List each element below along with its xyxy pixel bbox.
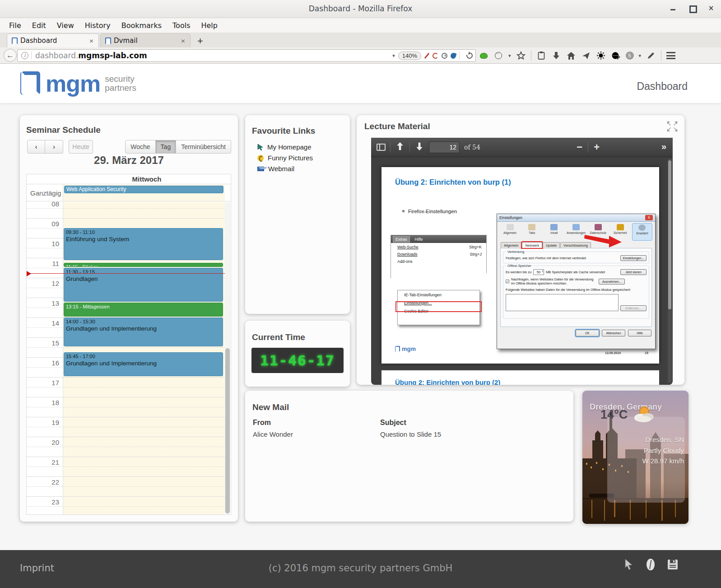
netzwerk-tab-highlighted: Netzwerk bbox=[522, 242, 542, 248]
view-overview-button[interactable]: Terminübersicht bbox=[176, 140, 231, 154]
hour-label: 16 bbox=[28, 359, 59, 367]
zoom-level-badge[interactable]: 140% bbox=[398, 51, 421, 60]
downloads-icon[interactable] bbox=[551, 51, 561, 61]
weather-wind: W 28.97 km/h bbox=[642, 457, 684, 465]
pdf-page-down-icon[interactable] bbox=[414, 141, 424, 154]
calendar-hour-row[interactable]: 21 bbox=[27, 457, 225, 476]
view-week-button[interactable]: Woche bbox=[125, 140, 155, 154]
calendar-hour-row[interactable]: 22 bbox=[27, 476, 225, 496]
pencil-icon[interactable] bbox=[646, 51, 656, 61]
pdf-page-input[interactable] bbox=[429, 141, 460, 153]
mail-from-value[interactable]: Alice Wonder bbox=[253, 430, 293, 438]
menu-tools[interactable]: Tools bbox=[168, 19, 195, 32]
calendar-hour-row[interactable]: 18 bbox=[27, 397, 225, 417]
lecture-material-panel: Lecture Material of 54 − + » bbox=[357, 115, 684, 385]
allday-label: Ganztägig bbox=[30, 189, 61, 197]
pdf-sidebar-toggle-icon[interactable] bbox=[377, 144, 386, 151]
new-tab-button[interactable]: + bbox=[197, 35, 203, 47]
link-my-homepage[interactable]: My Homepage bbox=[257, 143, 312, 151]
menu-history[interactable]: History bbox=[80, 19, 115, 32]
calendar-next-button[interactable]: › bbox=[45, 140, 63, 154]
fullscreen-expand-icon[interactable] bbox=[666, 121, 678, 134]
calendar-event-allday[interactable]: Web Application Security bbox=[64, 186, 223, 193]
back-button[interactable]: ← bbox=[4, 49, 17, 62]
current-time-indicator bbox=[27, 273, 225, 274]
bookmark-star-icon[interactable] bbox=[516, 51, 526, 61]
send-icon[interactable] bbox=[581, 51, 591, 61]
menu-edit[interactable]: Edit bbox=[28, 19, 51, 32]
urlbar-dropdown-icon[interactable]: ▾ bbox=[392, 53, 395, 59]
slide-screenshot-menu: Extras Hilfe Web-SucheStrg+K DownloadsSt… bbox=[391, 235, 487, 283]
calendar-today-button[interactable]: Heute bbox=[69, 140, 93, 154]
calendar-event[interactable]: 15:45 - 17:00Grundlagen und Implementier… bbox=[64, 352, 223, 376]
calendar-hour-row[interactable]: 08 bbox=[27, 202, 225, 218]
lecture-title: Lecture Material bbox=[364, 121, 430, 131]
pdf-more-tools-icon[interactable]: » bbox=[661, 141, 666, 152]
mgm-logo[interactable]: mgm securitypartners bbox=[20, 71, 136, 96]
menu-file[interactable]: File bbox=[5, 19, 26, 32]
calendar-event[interactable]: 13:15 - Mittagessen bbox=[64, 303, 223, 317]
mgm-favicon bbox=[105, 37, 111, 44]
divider bbox=[588, 142, 588, 153]
clipboard-icon[interactable] bbox=[536, 51, 546, 61]
tab-count-badge[interactable]: 5 bbox=[626, 51, 634, 60]
cookie-addon-icon[interactable] bbox=[495, 52, 502, 59]
weather-condition: Partly Cloudy bbox=[644, 447, 684, 454]
turtle-addon-icon[interactable] bbox=[480, 53, 488, 59]
home-icon[interactable] bbox=[566, 51, 576, 61]
calendar-event[interactable]: 09:30 - 11:10Einführung und System bbox=[64, 228, 223, 260]
hour-label: 12 bbox=[28, 280, 59, 287]
calendar-hour-row[interactable]: 17 bbox=[27, 377, 225, 397]
mgm-logo-icon bbox=[20, 71, 41, 96]
calendar-grid[interactable]: 0809101112131415161718192021222309:30 - … bbox=[27, 202, 225, 514]
weather-location: Dresden, SN bbox=[645, 436, 684, 443]
pdf-page-up-icon[interactable] bbox=[395, 141, 405, 154]
tab-close-icon[interactable]: × bbox=[176, 37, 186, 44]
addon-swirl-icon[interactable] bbox=[433, 53, 438, 59]
link-funny-pictures[interactable]: Funny Pictures bbox=[257, 154, 313, 162]
calendar-event[interactable]: 11:15 - Bäcker bbox=[64, 263, 223, 267]
calendar-hour-row[interactable]: 23 bbox=[27, 496, 225, 514]
link-label: Funny Pictures bbox=[268, 154, 313, 162]
tab-close-icon[interactable]: × bbox=[84, 37, 94, 44]
tab-bar: Dashboard × Dvmail × + bbox=[0, 33, 721, 47]
calendar-view-switcher: Woche Tag Terminübersicht bbox=[125, 140, 231, 154]
menu-help[interactable]: Help bbox=[196, 19, 222, 32]
view-day-button[interactable]: Tag bbox=[156, 140, 177, 154]
calendar-scrollbar[interactable] bbox=[225, 202, 230, 514]
addon-flame-icon[interactable] bbox=[450, 52, 457, 59]
addon-clock-icon[interactable] bbox=[442, 53, 447, 59]
url-bar[interactable]: i dashboard.mgmsp-lab.com ▾ 140% bbox=[17, 49, 476, 62]
globe-edit-icon[interactable] bbox=[611, 51, 621, 61]
pdf-zoom-out-icon[interactable]: − bbox=[577, 143, 582, 152]
calendar-hour-row[interactable]: 19 bbox=[27, 417, 225, 437]
mail-subject-label: Subject bbox=[380, 419, 406, 427]
digital-clock: 11-46-17 bbox=[251, 348, 344, 373]
link-webmail[interactable]: Webmail bbox=[257, 165, 294, 173]
menu-bookmarks[interactable]: Bookmarks bbox=[117, 19, 166, 32]
dialog-close-icon: x bbox=[645, 215, 653, 220]
calendar-hour-row[interactable]: 20 bbox=[27, 437, 225, 457]
chevron-down-icon[interactable]: ▾ bbox=[639, 53, 642, 59]
maximize-button[interactable] bbox=[688, 5, 696, 12]
pdf-page-total: of 54 bbox=[464, 144, 480, 151]
hour-label: 15 bbox=[28, 339, 59, 347]
tab-dashboard[interactable]: Dashboard × bbox=[7, 33, 99, 47]
reload-icon[interactable] bbox=[465, 51, 474, 60]
mail-from-label: From bbox=[253, 419, 271, 427]
menu-view[interactable]: View bbox=[52, 19, 79, 32]
url-text[interactable]: dashboard.mgmsp-lab.com bbox=[35, 51, 147, 60]
mail-subject-value[interactable]: Question to Slide 15 bbox=[380, 430, 441, 438]
minimize-button[interactable] bbox=[670, 5, 677, 12]
calendar-prev-button[interactable]: ‹ bbox=[27, 140, 45, 154]
settings-gear-icon[interactable] bbox=[596, 51, 606, 61]
calendar-event[interactable]: 14:00 - 15:30Grundlagen und Implementier… bbox=[64, 317, 223, 346]
tab-dvmail[interactable]: Dvmail × bbox=[100, 33, 191, 47]
close-button[interactable]: × bbox=[707, 5, 715, 12]
pdf-zoom-in-icon[interactable]: + bbox=[594, 143, 600, 152]
pdf-scrollbar[interactable] bbox=[668, 159, 672, 383]
chevron-down-icon[interactable]: ▾ bbox=[508, 53, 511, 59]
site-info-icon[interactable]: i bbox=[21, 52, 28, 59]
menu-hamburger-icon[interactable] bbox=[666, 52, 675, 59]
addon-pen-icon[interactable] bbox=[424, 52, 430, 58]
